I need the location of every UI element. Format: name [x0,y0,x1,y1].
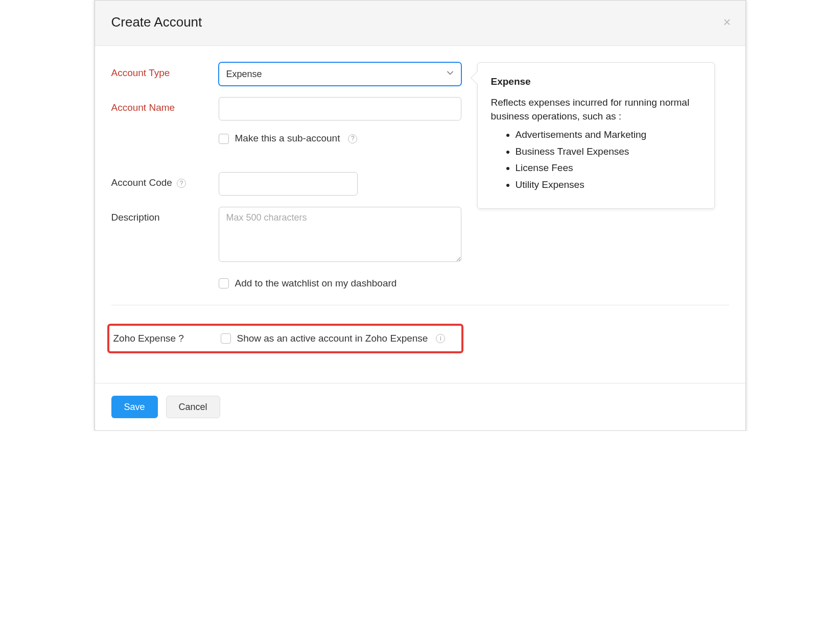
help-icon[interactable]: ? [348,134,357,143]
info-icon[interactable]: i [436,334,445,343]
account-name-input[interactable] [219,97,461,120]
zoho-expense-checkbox-label: Show as an active account in Zoho Expens… [237,332,428,346]
tooltip-item: License Fees [516,161,701,175]
sub-account-checkbox[interactable] [219,134,229,144]
modal-header: Create Account × [95,1,745,46]
help-icon[interactable]: ? [177,179,186,188]
label-description: Description [111,207,219,225]
tooltip-desc: Reflects expenses incurred for running n… [491,96,701,123]
divider [111,305,729,305]
zoho-expense-checkbox[interactable] [221,333,231,344]
save-button[interactable]: Save [111,396,158,418]
modal-title: Create Account [111,13,729,31]
account-type-select[interactable] [219,62,461,86]
modal-footer: Save Cancel [95,383,745,430]
tooltip-item: Business Travel Expenses [516,145,701,159]
account-type-tooltip: Expense Reflects expenses incurred for r… [477,62,715,208]
label-zoho-expense: Zoho Expense ? [113,332,221,346]
cancel-button[interactable]: Cancel [166,396,220,418]
modal-body: Account Type Account Name [95,46,745,358]
row-watchlist: Add to the watchlist on my dashboard [111,277,729,291]
tooltip-item: Advertisements and Marketing [516,128,701,142]
description-textarea[interactable] [219,207,461,262]
close-icon[interactable]: × [723,13,731,31]
create-account-modal: Create Account × Account Type Account Na… [95,0,746,431]
zoho-expense-section: Zoho Expense ? Show as an active account… [107,324,463,354]
label-account-name: Account Name [111,97,219,115]
label-account-code: Account Code ? [111,172,219,190]
tooltip-list: Advertisements and Marketing Business Tr… [491,128,701,191]
account-type-value[interactable] [219,62,461,86]
watchlist-label: Add to the watchlist on my dashboard [235,277,397,291]
account-code-input[interactable] [219,172,358,196]
row-description: Description [111,207,729,266]
watchlist-checkbox[interactable] [219,278,229,288]
tooltip-item: Utility Expenses [516,178,701,192]
tooltip-title: Expense [491,75,701,89]
label-account-type: Account Type [111,62,219,80]
sub-account-label: Make this a sub-account [235,132,340,146]
